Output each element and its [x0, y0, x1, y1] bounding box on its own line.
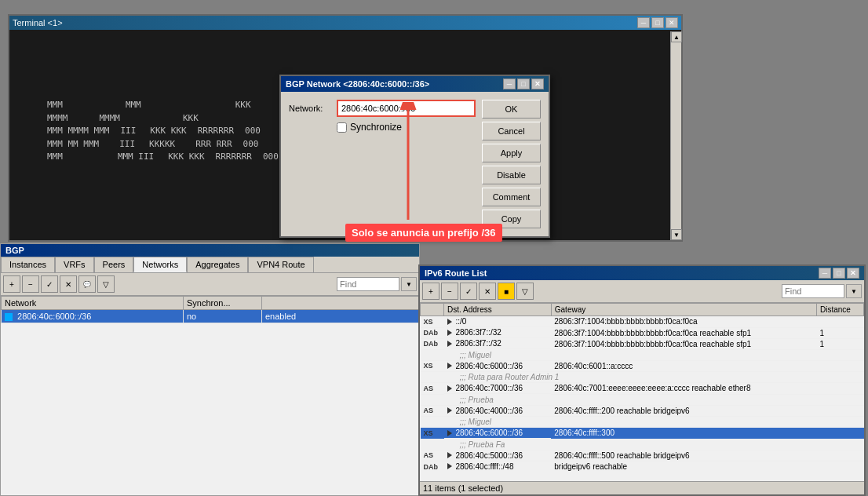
th-distance: Distance [817, 304, 864, 316]
find-input[interactable] [337, 277, 399, 291]
bgp-title: BGP [5, 246, 24, 255]
table-row[interactable]: 2806:40c:6000::/36 no enabled [2, 310, 419, 323]
term-r4-2: III [119, 138, 135, 151]
th-type [421, 304, 444, 316]
dialog-minimize[interactable]: ─ [503, 78, 516, 89]
term-r5-4: RRRRRRR [216, 151, 252, 164]
apply-button[interactable]: Apply [482, 144, 541, 162]
cancel-button[interactable]: Cancel [482, 122, 541, 140]
ipv6-minimize[interactable]: ─ [819, 268, 831, 279]
table-row[interactable]: AS 2806:40c:5000::/36 2806:40c:ffff::500… [421, 450, 864, 461]
table-row[interactable]: ;;; Miguel [421, 417, 864, 428]
ipv6-titlebar: IPv6 Route List ─ □ ✕ [420, 266, 864, 280]
comment-button[interactable]: Comment [482, 188, 541, 206]
enable-btn[interactable]: ✓ [41, 275, 58, 293]
ipv6-add-btn[interactable]: + [422, 283, 439, 300]
ipv6-restore[interactable]: □ [833, 268, 845, 279]
ipv6-close[interactable]: ✕ [847, 268, 859, 279]
cell-distance [817, 360, 864, 372]
ipv6-remove-btn[interactable]: − [441, 283, 458, 300]
ipv6-find-area: ▼ [782, 284, 862, 298]
cell-sync: no [184, 310, 262, 323]
cell-gateway: 2806:40c:ffff::300 [551, 428, 816, 439]
ok-button[interactable]: OK [482, 100, 541, 119]
terminal-scrollbar[interactable]: ▲ ▼ [670, 31, 681, 240]
filter-btn[interactable]: ▽ [97, 275, 115, 293]
cell-type [421, 349, 444, 360]
bgp-toolbar: + − ✓ ✕ 💬 ▽ ▼ [1, 273, 419, 296]
ipv6-filter-btn[interactable]: ▽ [516, 283, 534, 300]
dialog-close[interactable]: ✕ [531, 78, 544, 89]
term-r3-5: 000 [245, 125, 261, 138]
ipv6-controls: ─ □ ✕ [819, 268, 859, 279]
table-row[interactable]: ;;; Ruta para Router Admin 1 [421, 372, 864, 383]
ipv6-enable-btn[interactable]: ✓ [460, 283, 477, 300]
table-row[interactable]: AS 2806:40c:7000::/36 2806:40c:7001:eeee… [421, 383, 864, 395]
cell-type: XS [421, 428, 444, 439]
table-row[interactable]: XS ::/0 2806:3f7:1004:bbbb:bbbb:bbbb:f0c… [421, 316, 864, 328]
term-r5-3: KKK KKK [168, 151, 204, 164]
tab-vrfs[interactable]: VRFs [55, 257, 94, 272]
term-r4-4: RRR RRR [195, 138, 232, 151]
cell-distance [817, 405, 864, 417]
bgp-titlebar: BGP [1, 244, 419, 257]
tab-peers[interactable]: Peers [94, 257, 134, 272]
term-r3-2: III [120, 125, 136, 138]
terminal-restore[interactable]: □ [651, 17, 664, 28]
ipv6-find-dropdown[interactable]: ▼ [846, 284, 862, 298]
term-r3-4: RRRRRRR [198, 125, 234, 138]
ipv6-table-wrapper[interactable]: Dst. Address Gateway Distance XS ::/0 28… [420, 303, 864, 472]
table-row[interactable]: DAb 2806:3f7::/32 2806:3f7:1004:bbbb:bbb… [421, 327, 864, 338]
table-row[interactable]: AS 2806:40c:4000::/36 2806:40c:ffff::200… [421, 405, 864, 417]
ipv6-table: Dst. Address Gateway Distance XS ::/0 28… [420, 303, 864, 472]
table-row[interactable]: DAb 2806:40c:ffff::/48 bridgeipv6 reacha… [421, 461, 864, 472]
cell-type: XS [421, 316, 444, 328]
bgp-tabs: Instances VRFs Peers Networks Aggregates… [1, 257, 419, 273]
scroll-up-btn[interactable]: ▲ [671, 31, 682, 42]
cell-distance [817, 450, 864, 461]
ipv6-disable-btn[interactable]: ✕ [479, 283, 496, 300]
term-r4-5: 000 [243, 138, 259, 151]
table-row[interactable]: ;;; Miguel [421, 349, 864, 360]
dialog-restore[interactable]: □ [517, 78, 530, 89]
terminal-close[interactable]: ✕ [666, 17, 678, 28]
cell-type: DAb [421, 461, 444, 472]
term-r5-5: 000 [263, 151, 279, 164]
cell-type: DAb [421, 327, 444, 338]
cell-gateway: bridgeipv6 reachable [551, 461, 816, 472]
table-row[interactable]: ;;; Prueba [421, 394, 864, 405]
th-dst: Dst. Address [444, 304, 552, 316]
term-col3-r2: KKK [183, 112, 199, 126]
cell-type: XS [421, 360, 444, 372]
bgp-table: Network Synchron... 2806:40c:6000::/36 n… [1, 296, 419, 323]
table-row[interactable]: DAb 2806:3f7::/32 2806:3f7:1004:bbbb:bbb… [421, 338, 864, 349]
cell-network: 2806:40c:6000::/36 [2, 310, 184, 323]
add-btn[interactable]: + [3, 275, 20, 293]
tab-instances[interactable]: Instances [1, 257, 55, 272]
cell-dst: 2806:40c:ffff::/48 [444, 461, 552, 472]
synchronize-checkbox[interactable] [337, 122, 347, 133]
terminal-minimize[interactable]: ─ [637, 17, 650, 28]
term-r3-3: KKK KKK [150, 125, 186, 138]
tab-aggregates[interactable]: Aggregates [187, 257, 248, 272]
disable-btn[interactable]: ✕ [60, 275, 77, 293]
ipv6-find-input[interactable] [782, 284, 844, 298]
tab-vpn4[interactable]: VPN4 Route [248, 257, 313, 272]
table-row[interactable]: XS 2806:40c:6000::/36 2806:40c:6001::a:c… [421, 360, 864, 372]
scroll-down-btn[interactable]: ▼ [671, 229, 682, 240]
cell-dst: 2806:3f7::/32 [444, 327, 552, 338]
find-dropdown[interactable]: ▼ [401, 277, 417, 291]
table-row[interactable]: XS 2806:40c:6000::/36 2806:40c:ffff::300 [421, 428, 864, 439]
cell-enabled: enabled [262, 310, 419, 323]
dialog-titlebar: BGP Network <2806:40c:6000::/36> ─ □ ✕ [281, 76, 549, 92]
disable-button[interactable]: Disable [482, 166, 541, 184]
comment-btn[interactable]: 💬 [78, 275, 96, 293]
cell-comment: ;;; Ruta para Router Admin 1 [444, 372, 864, 383]
table-row[interactable]: ;;; Prueba Fa [421, 439, 864, 450]
cell-dst: 2806:3f7::/32 [444, 338, 552, 349]
term-r4-3: KKKKK [149, 138, 175, 151]
cell-type [421, 417, 444, 428]
ipv6-comment-btn[interactable]: ■ [498, 283, 515, 300]
tab-networks[interactable]: Networks [133, 257, 187, 272]
remove-btn[interactable]: − [22, 275, 39, 293]
